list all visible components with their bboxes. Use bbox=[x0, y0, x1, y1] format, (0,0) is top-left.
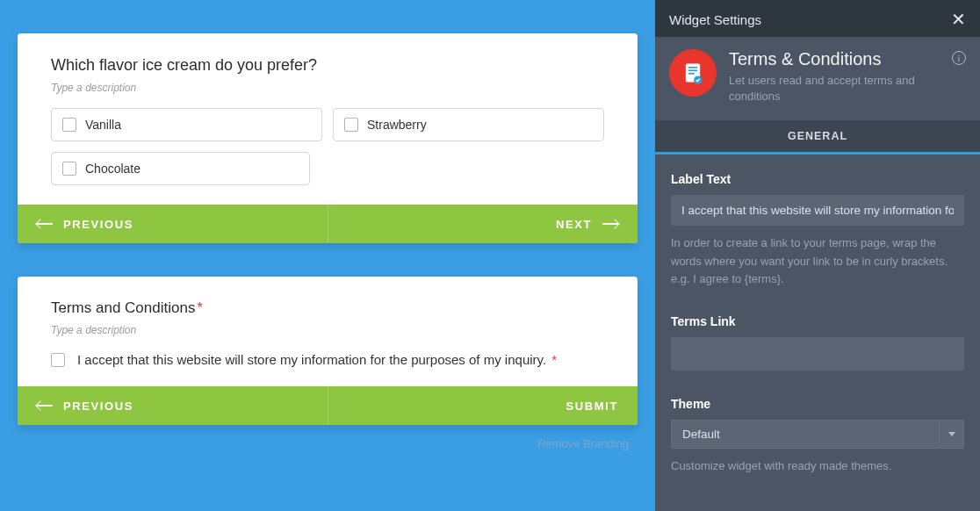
help-text: Customize widget with ready made themes. bbox=[671, 457, 964, 475]
label-text-input[interactable] bbox=[671, 195, 964, 226]
option-label: Chocolate bbox=[85, 162, 141, 176]
option-label: Vanilla bbox=[85, 118, 121, 132]
select-caret-button[interactable] bbox=[940, 420, 964, 449]
submit-button[interactable]: SUBMIT bbox=[328, 386, 638, 425]
button-label: SUBMIT bbox=[566, 399, 618, 413]
remove-branding-link[interactable]: Remove Branding bbox=[18, 425, 638, 450]
svg-rect-2 bbox=[688, 70, 698, 72]
field-theme: Theme Default Customize widget with read… bbox=[671, 397, 964, 475]
button-label: PREVIOUS bbox=[63, 399, 133, 413]
question-card-1: Which flavor ice cream do you prefer? Ty… bbox=[18, 33, 638, 243]
widget-subtitle: Let users read and accept terms and cond… bbox=[729, 73, 966, 104]
required-mark: * bbox=[551, 352, 557, 367]
close-icon[interactable]: ✕ bbox=[951, 11, 966, 28]
settings-body: Label Text In order to create a link to … bbox=[655, 155, 980, 511]
svg-rect-3 bbox=[688, 73, 695, 75]
tab-general[interactable]: GENERAL bbox=[655, 120, 980, 155]
previous-button[interactable]: PREVIOUS bbox=[18, 386, 328, 425]
option-label: Strawberry bbox=[367, 118, 427, 132]
option-strawberry[interactable]: Strawberry bbox=[333, 108, 604, 141]
form-canvas: Which flavor ice cream do you prefer? Ty… bbox=[0, 0, 655, 511]
field-label: Theme bbox=[671, 397, 964, 411]
arrow-left-icon bbox=[37, 223, 53, 225]
button-label: NEXT bbox=[556, 218, 592, 231]
chevron-down-icon bbox=[948, 432, 955, 436]
option-chocolate[interactable]: Chocolate bbox=[51, 152, 310, 185]
question-description-placeholder[interactable]: Type a description bbox=[51, 82, 604, 94]
checkbox-icon[interactable] bbox=[344, 118, 358, 132]
widget-settings-panel: Widget Settings ✕ Terms & Conditions Let… bbox=[655, 0, 980, 511]
svg-rect-1 bbox=[688, 67, 698, 68]
widget-info-block: Terms & Conditions Let users read and ac… bbox=[655, 37, 980, 120]
next-button[interactable]: NEXT bbox=[328, 205, 638, 243]
terms-description-placeholder[interactable]: Type a description bbox=[51, 324, 604, 336]
help-text: In order to create a link to your terms … bbox=[671, 234, 964, 287]
field-label-text: Label Text In order to create a link to … bbox=[671, 172, 964, 287]
terms-title: Terms and Conditions bbox=[51, 299, 195, 316]
button-label: PREVIOUS bbox=[63, 218, 133, 231]
checkbox-icon[interactable] bbox=[51, 353, 65, 367]
field-label: Label Text bbox=[671, 172, 964, 186]
terms-accept-text: I accept that this website will store my… bbox=[77, 352, 546, 367]
field-label: Terms Link bbox=[671, 314, 964, 328]
sidebar-title: Widget Settings bbox=[669, 12, 761, 27]
theme-select[interactable]: Default bbox=[671, 420, 940, 449]
checkbox-icon[interactable] bbox=[62, 162, 76, 176]
arrow-right-icon bbox=[602, 223, 618, 225]
previous-button[interactable]: PREVIOUS bbox=[18, 205, 328, 243]
theme-selected-value: Default bbox=[682, 428, 720, 441]
terms-link-input[interactable] bbox=[671, 337, 964, 371]
question-card-terms: Terms and Conditions* Type a description… bbox=[18, 277, 638, 425]
widget-title: Terms & Conditions bbox=[729, 49, 966, 69]
required-mark: * bbox=[197, 300, 202, 315]
arrow-left-icon bbox=[37, 405, 53, 407]
field-terms-link: Terms Link bbox=[671, 314, 964, 371]
question-title: Which flavor ice cream do you prefer? bbox=[51, 56, 604, 75]
option-vanilla[interactable]: Vanilla bbox=[51, 108, 322, 141]
info-icon[interactable]: i bbox=[952, 51, 966, 65]
document-icon bbox=[681, 61, 705, 85]
terms-accept-row[interactable]: I accept that this website will store my… bbox=[51, 352, 604, 367]
sidebar-header: Widget Settings ✕ bbox=[655, 0, 980, 37]
checkbox-icon[interactable] bbox=[62, 118, 76, 132]
terms-widget-icon bbox=[669, 49, 717, 97]
